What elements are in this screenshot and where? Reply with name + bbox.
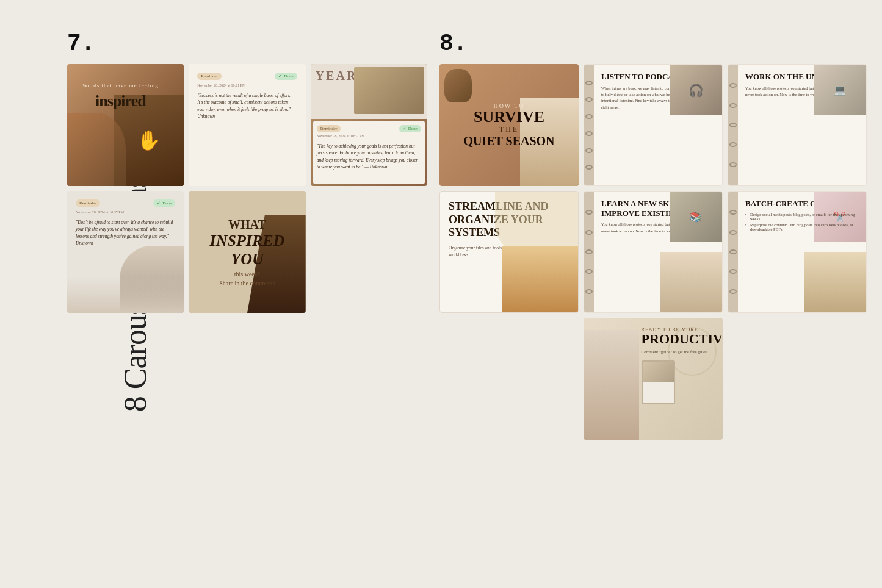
card-7-2[interactable]: Reminder ✓ Done November 28, 2024 at 10:… xyxy=(189,64,305,186)
card-8-6[interactable]: ✂️ BATCH-CREATE CONTENT Design social me… xyxy=(728,191,867,313)
card-7-4-date: November 28, 2024 at 10:37 PM xyxy=(76,210,175,214)
card-8-7-tablet-screen xyxy=(643,362,674,382)
ring4 xyxy=(585,269,593,274)
card-8-5-photo: 📚 xyxy=(670,192,722,242)
carousel-grid-8: HOW TO SURVIVE THE QUIET SEASON xyxy=(439,64,867,440)
card-8-3-photo: 💻 xyxy=(814,65,866,115)
ring5 xyxy=(585,148,593,153)
card-8-5-person xyxy=(660,252,722,312)
ring4 xyxy=(729,269,737,274)
card-7-2-date: November 28, 2024 at 10:21 PM xyxy=(197,84,297,87)
card-7-4[interactable]: Reminder ✓ Done November 28, 2024 at 10:… xyxy=(67,191,184,313)
card-8-5-binding xyxy=(584,192,594,312)
ring1 xyxy=(729,83,737,88)
card-8-2-photo: 🎧 xyxy=(670,65,722,115)
card-7-2-done-badge: ✓ Done xyxy=(275,73,297,80)
card-7-3-year: YEAR xyxy=(316,69,358,83)
ring2 xyxy=(729,103,737,108)
ring3 xyxy=(729,249,737,254)
ring2 xyxy=(729,230,737,235)
card-8-6-binding xyxy=(728,192,738,312)
card-7-3-reminder-badge: Reminder xyxy=(317,125,341,132)
card-8-6-bullet-1: Design social media posts, blog posts, o… xyxy=(745,212,860,221)
ring2 xyxy=(585,230,593,235)
ring1 xyxy=(729,210,737,215)
card-7-4-quote: "Don't be afraid to start over. It's a c… xyxy=(76,219,175,246)
card-7-3-leather xyxy=(354,67,424,114)
card-7-2-quote: "Success is not the result of a single b… xyxy=(197,92,297,120)
section-8-number: 8. xyxy=(439,30,867,57)
ring5 xyxy=(729,289,737,294)
card-8-7[interactable]: READY TO BE MORE PRODUCTIVE? Comment "gu… xyxy=(584,318,723,440)
card-8-7-tablet xyxy=(642,360,675,404)
card-7-1[interactable]: Words that have me feeling iNspiRED ✋ xyxy=(67,64,184,186)
ring3 xyxy=(585,114,593,119)
ring3 xyxy=(585,249,593,254)
card-7-2-reminder-badge: Reminder xyxy=(197,73,222,80)
ring1 xyxy=(585,81,593,85)
card-8-3[interactable]: 💻 WORK ON THE UNFINISHED You know all th… xyxy=(728,64,867,186)
card-7-4-reminder-badge: Reminder xyxy=(76,199,100,207)
ring2 xyxy=(585,97,593,102)
ring1 xyxy=(585,210,593,215)
card-8-7-productive: PRODUCTIVE? xyxy=(642,332,718,346)
section-7-number: 7. xyxy=(67,30,427,57)
card-7-5-text: WHAT iNspiRED You this week? Share in th… xyxy=(189,209,305,296)
card-7-4-gradient xyxy=(67,276,184,313)
card-8-2[interactable]: 🎧 LISTEN TO PODCASTS When things are bus… xyxy=(584,64,723,186)
card-8-3-binding xyxy=(728,65,738,185)
card-8-1[interactable]: HOW TO SURVIVE THE QUIET SEASON xyxy=(439,64,579,186)
card-7-3-date: November 28, 2024 at 10:37 PM xyxy=(317,134,421,138)
card-8-4[interactable]: STREAMLINE AND ORGANIZE YOUR SYSTEMS Org… xyxy=(439,191,579,313)
card-8-6-person xyxy=(804,252,866,312)
card-8-2-binding xyxy=(584,65,594,185)
card-7-3-reminder-box: Reminder ✓ Done November 28, 2024 at 10:… xyxy=(313,121,425,184)
card-7-4-done-badge: ✓ Done xyxy=(153,199,175,207)
card-7-5[interactable]: WHAT iNspiRED You this week? Share in th… xyxy=(189,191,305,313)
ring4 xyxy=(585,131,593,136)
section-7: 7. Words that have me feeling iNspiRED ✋… xyxy=(67,30,427,313)
card-7-3-done-badge: ✓ Done xyxy=(399,125,421,132)
card-8-7-comment: Comment "guide" to get the free guide. xyxy=(642,349,718,356)
card-8-1-text: HOW TO SURVIVE THE QUIET SEASON xyxy=(457,96,560,154)
ring5 xyxy=(729,162,737,167)
section-8: 8. HOW TO SURVIVE THE QUIET SEASON xyxy=(439,30,867,440)
card-7-1-bg-shape xyxy=(67,113,126,186)
page-container: 8 Carousel Designs 7. Words that have me… xyxy=(0,0,882,588)
card-8-5[interactable]: 📚 LEARN A NEW SKILL OR IMPROVE EXISTING … xyxy=(584,191,723,313)
ring5 xyxy=(585,289,593,294)
ring3 xyxy=(729,123,737,127)
ring6 xyxy=(585,165,593,170)
card-7-3-quote: "The key to achieving your goals is not … xyxy=(317,143,421,170)
card-7-1-big-text: iNspiRED xyxy=(82,92,159,110)
card-8-6-bullet-2: Repurpose old content: Turn blog posts i… xyxy=(745,223,860,231)
ring4 xyxy=(729,142,737,147)
card-8-4-person xyxy=(502,246,578,312)
carousel-grid-7: Words that have me feeling iNspiRED ✋ Re… xyxy=(67,64,427,313)
card-8-7-person xyxy=(584,330,639,440)
card-7-3[interactable]: YEAR Reminder ✓ Done November 28, 2024 a… xyxy=(311,64,427,186)
card-8-7-text: READY TO BE MORE PRODUCTIVE? Comment "gu… xyxy=(642,327,718,404)
card-7-1-small-text: Words that have me feeling xyxy=(82,82,159,88)
